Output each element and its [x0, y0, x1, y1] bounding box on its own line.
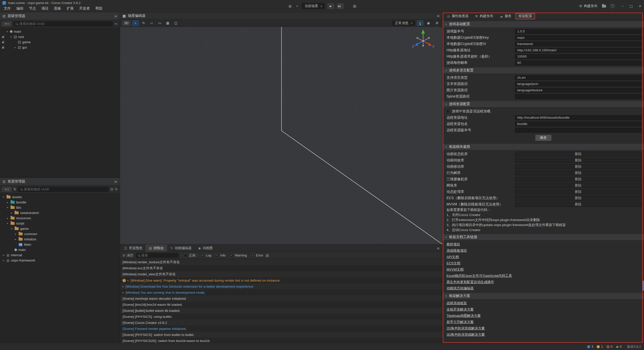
info-count-badge[interactable]: 3	[587, 345, 593, 348]
log-row[interactable]: ▸[Window] You are running Vue in develop…	[120, 289, 442, 295]
console-tab-动画图[interactable]: ◉动画图	[195, 244, 216, 252]
panel-menu-icon[interactable]: ≡	[114, 14, 117, 18]
inspector-tab-构建发布[interactable]: ⚒构建发布	[472, 13, 496, 19]
tree-node-initialize[interactable]: ▸initialize	[0, 237, 120, 242]
link-动画状态机编辑器[interactable]: 动画状态机编辑器	[447, 286, 474, 291]
inspector-tab-框架配置[interactable]: 框架配置	[515, 13, 535, 19]
link-Tiledmap地图解决方案[interactable]: Tiledmap地图解决方案	[447, 314, 481, 318]
tree-node-oops-framework[interactable]: ▸▤oops-framework	[0, 258, 120, 263]
field-游戏每秒帧率[interactable]: 60	[515, 60, 641, 65]
field-文本资源路径[interactable]: language/json	[515, 81, 641, 86]
chevron-icon[interactable]: ▾	[6, 206, 9, 209]
field-Http服务器请求超时（毫秒）[interactable]: 10000	[515, 54, 641, 59]
tree-node-Main[interactable]: TSMain	[0, 242, 120, 247]
scene-select-dropdown[interactable]: 当前场景 ▾	[302, 3, 325, 9]
tree-node-assets[interactable]: ▾assets	[0, 194, 120, 200]
link-教程项目[interactable]: 教程项目	[447, 242, 460, 247]
delete-button[interactable]: 删除	[515, 183, 641, 188]
tree-node-gui[interactable]: ▸gui	[0, 45, 120, 50]
view-mode-dropdown[interactable]: 正常浏览 ▾	[392, 21, 415, 26]
chevron-icon[interactable]: ▸	[14, 46, 17, 49]
log-row[interactable]: [Scene] meshopt wasm decoder initialized	[120, 295, 442, 301]
console-tab-控制台[interactable]: ▤控制台	[146, 244, 167, 252]
checkbox-icon[interactable]	[230, 254, 233, 257]
field-图片资源路径[interactable]: language/texture	[515, 88, 641, 93]
checkbox-icon[interactable]	[251, 254, 254, 257]
mode-3d-button[interactable]: 3D	[122, 20, 131, 26]
filter-info[interactable]: Info	[215, 253, 226, 257]
regex-toggle[interactable]: 正则	[184, 253, 195, 258]
tree-node-internal[interactable]: ▸▤internal	[0, 252, 120, 258]
chevron-icon[interactable]: ▸	[6, 201, 9, 204]
console-tab-资源预览[interactable]: ◫资源预览	[121, 244, 146, 252]
delete-button[interactable]: 删除	[515, 189, 641, 194]
gear-icon[interactable]: ⚙	[434, 20, 440, 26]
clear-console-button[interactable]: ⊘ 清空	[123, 253, 133, 258]
menu-item[interactable]: 项目	[39, 6, 51, 12]
move-tool-button[interactable]: +	[132, 20, 139, 26]
field-本地数据CryptoES加密IV[interactable]: framework	[515, 41, 641, 47]
log-row[interactable]: [Window] model_view文件夹不存在	[120, 271, 442, 277]
log-row[interactable]: [Scene] Cocos Creator v3.8.2	[120, 320, 442, 326]
assets-search-input[interactable]: 搜索名称或 UUID	[18, 187, 109, 192]
tree-node-script[interactable]: ▾script	[0, 221, 120, 226]
log-row[interactable]: [Window] render_texture文件夹不存在	[120, 259, 442, 265]
menu-item[interactable]: 帮助	[93, 6, 105, 12]
tree-node-main[interactable]: ▾main	[0, 29, 120, 34]
section-header[interactable]: ▾框架解决方案	[442, 293, 644, 299]
log-row[interactable]: !▸[Window] [Vue warn]: Property "onInput…	[120, 277, 442, 283]
preview-target-icon[interactable]: ◍	[288, 3, 292, 9]
field-远程资源地址[interactable]: http://localhost:8083/assets/bundle	[515, 115, 641, 120]
panel-menu-icon[interactable]: ≡	[437, 14, 440, 18]
menu-item[interactable]: 文件	[1, 6, 14, 12]
build-publish-button[interactable]: ⚒ 构建发布	[579, 4, 597, 8]
help-icon[interactable]: ?	[611, 4, 615, 8]
field-远程资源版本号[interactable]	[515, 128, 641, 133]
link-原生包热更新配置自动生成插件[interactable]: 原生包热更新配置自动生成插件	[447, 280, 494, 284]
tree-node-game[interactable]: ▾game	[0, 226, 120, 231]
menu-item[interactable]: 节点	[26, 6, 39, 12]
chevron-icon[interactable]: ▾	[2, 196, 5, 198]
tree-node-bundle[interactable]: ▸bundle	[0, 200, 120, 205]
close-button[interactable]: ✕	[639, 4, 641, 8]
tree-node-root[interactable]: ▾root	[0, 34, 120, 39]
open-project-folder-icon[interactable]	[602, 5, 606, 8]
link-MVVM文档[interactable]: MVVM文档	[447, 267, 464, 272]
sort-icon[interactable]: ⇅	[13, 187, 16, 191]
log-row[interactable]: [Scene] [PHYSICS2D]: switch from box2d-w…	[120, 338, 442, 343]
scale-tool-button[interactable]: ▱	[148, 20, 155, 26]
section-header[interactable]: ▾游戏资源配置	[442, 101, 644, 107]
checkbox-icon[interactable]	[446, 110, 450, 113]
link-Excel格式转Json文件与TypeScript代码工具[interactable]: Excel格式转Json文件与TypeScript代码工具	[447, 274, 512, 278]
tree-node-libs[interactable]: ▾libs	[0, 205, 120, 210]
section-header[interactable]: ▾游戏多语言配置	[442, 67, 644, 73]
warning-count-badge[interactable]: 1	[597, 345, 603, 348]
filter-log[interactable]: Log	[201, 253, 211, 257]
hierarchy-filter-icon[interactable]: ≔	[114, 22, 118, 26]
log-row[interactable]: [Window] ecs文件夹不存在	[120, 265, 442, 271]
regex-checkbox[interactable]	[184, 254, 187, 257]
rotate-tool-button[interactable]: ↻	[140, 20, 147, 26]
delete-button[interactable]: 删除	[515, 170, 641, 176]
console-tab-动画编辑器[interactable]: ✎动画编辑器	[167, 244, 195, 252]
menu-item[interactable]: 编辑	[14, 6, 26, 12]
chevron-icon[interactable]: ▾	[10, 35, 13, 38]
layout-grid-icon[interactable]: ⊞	[353, 4, 356, 9]
inspector-tab-服务[interactable]: ☁服务	[497, 13, 514, 19]
create-node-button[interactable]: +▾	[2, 21, 12, 26]
tree-node-game[interactable]: game	[0, 39, 120, 45]
checkbox-icon[interactable]	[201, 254, 204, 257]
delete-button[interactable]: 删除	[515, 196, 641, 201]
inspector-tab-属性检查器[interactable]: ◎属性检查器	[445, 13, 471, 19]
scene-viewport[interactable]: X Z	[120, 27, 442, 244]
panel-menu-icon[interactable]: ≡	[437, 246, 440, 250]
chevron-icon[interactable]: ▸	[14, 233, 17, 235]
lighting-toggle-button[interactable]	[417, 21, 423, 26]
camera-view-icon[interactable]: ◉	[425, 20, 432, 26]
expand-icon[interactable]: ▸	[123, 285, 124, 288]
log-row[interactable]: ▸[Window] Download the Vue Devtools exte…	[120, 283, 442, 289]
link-API文档[interactable]: API文档	[447, 255, 459, 259]
preview-caret-icon[interactable]: ▾	[295, 3, 299, 9]
create-asset-button[interactable]: +▾	[2, 187, 12, 192]
anchor-tool-button[interactable]: ▦	[165, 20, 171, 26]
